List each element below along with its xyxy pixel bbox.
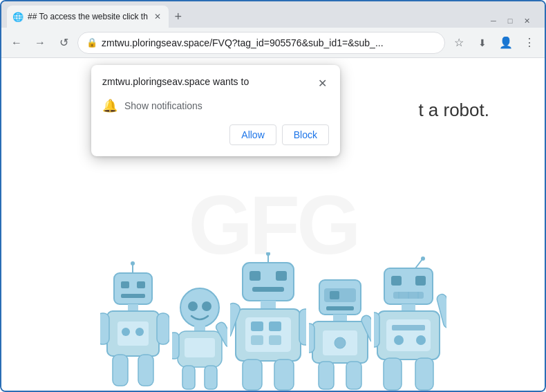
permission-text: Show notifications — [124, 100, 203, 111]
active-tab[interactable]: 🌐 ## To access the website click th ✕ — [7, 6, 169, 28]
page-content: GFG t a robot. — [1, 58, 545, 391]
robot-5 — [374, 256, 446, 391]
popup-permission-row: 🔔 Show notifications — [102, 98, 329, 113]
new-tab-button[interactable]: + — [169, 7, 188, 26]
svg-rect-46 — [333, 315, 347, 321]
svg-rect-28 — [250, 271, 261, 281]
svg-point-26 — [266, 252, 270, 256]
svg-rect-29 — [276, 271, 287, 281]
svg-point-9 — [122, 328, 130, 336]
popup-header: zmtwu.ploringseav.space wants to ✕ — [102, 76, 329, 90]
svg-rect-11 — [100, 313, 109, 344]
tab-title: ## To access the website click th — [28, 12, 148, 21]
popup-title: zmtwu.ploringseav.space wants to — [102, 76, 249, 87]
window-controls: ─ □ ✕ — [481, 17, 539, 25]
bookmark-button[interactable]: ☆ — [449, 33, 469, 53]
svg-rect-52 — [319, 362, 334, 389]
svg-rect-27 — [243, 263, 294, 301]
popup-actions: Allow Block — [102, 124, 329, 145]
menu-button[interactable]: ⋮ — [520, 33, 539, 53]
url-path: /FVQ?tag_id=905576&sub_id1=&sub_... — [209, 37, 383, 48]
svg-point-15 — [180, 288, 219, 327]
svg-rect-39 — [299, 309, 306, 345]
popup-close-button[interactable]: ✕ — [315, 76, 329, 90]
svg-point-5 — [131, 261, 135, 265]
svg-point-67 — [394, 335, 404, 345]
svg-rect-56 — [384, 268, 433, 304]
svg-rect-40 — [243, 360, 262, 390]
svg-point-55 — [421, 256, 425, 261]
robot-1 — [100, 259, 169, 391]
tab-favicon: 🌐 — [12, 11, 23, 22]
svg-rect-44 — [330, 291, 339, 299]
svg-line-54 — [415, 259, 422, 268]
notification-popup: zmtwu.ploringseav.space wants to ✕ 🔔 Sho… — [91, 65, 340, 156]
svg-point-49 — [335, 337, 346, 348]
allow-button[interactable]: Allow — [229, 124, 276, 145]
svg-rect-31 — [261, 301, 276, 309]
svg-rect-30 — [252, 287, 284, 292]
svg-rect-69 — [374, 312, 379, 347]
url-domain: zmtwu.ploringseav.space — [102, 37, 209, 48]
toolbar: ← → ↺ 🔒 zmtwu.ploringseav.space/FVQ?tag_… — [1, 28, 545, 58]
svg-rect-63 — [402, 304, 415, 311]
minimize-button[interactable]: ─ — [489, 17, 498, 25]
svg-rect-6 — [128, 304, 138, 311]
svg-rect-13 — [113, 355, 128, 386]
lock-icon: 🔒 — [86, 37, 97, 48]
tab-bar: 🌐 ## To access the website click th ✕ + … — [1, 1, 545, 28]
svg-rect-71 — [384, 358, 402, 390]
svg-rect-23 — [182, 366, 195, 389]
svg-rect-2 — [137, 281, 145, 288]
svg-rect-20 — [185, 338, 215, 357]
reload-button[interactable]: ↺ — [54, 33, 73, 53]
svg-point-17 — [202, 301, 211, 311]
svg-rect-24 — [205, 366, 217, 389]
close-button[interactable]: ✕ — [523, 17, 531, 25]
svg-rect-14 — [138, 355, 153, 386]
svg-rect-45 — [326, 306, 354, 310]
svg-rect-41 — [274, 360, 294, 390]
maximize-button[interactable]: □ — [506, 17, 514, 25]
svg-rect-35 — [269, 321, 281, 331]
svg-point-68 — [416, 335, 426, 345]
back-button[interactable]: ← — [7, 33, 26, 53]
page-robot-text: t a robot. — [418, 100, 489, 121]
svg-point-16 — [188, 301, 198, 311]
svg-rect-65 — [386, 319, 431, 351]
svg-rect-58 — [415, 276, 426, 286]
robot-4 — [309, 270, 371, 391]
browser-window: 🌐 ## To access the website click th ✕ + … — [0, 0, 546, 392]
url-text: zmtwu.ploringseav.space/FVQ?tag_id=90557… — [102, 37, 436, 48]
svg-rect-21 — [172, 333, 179, 359]
svg-rect-37 — [269, 335, 281, 345]
svg-rect-1 — [121, 281, 129, 288]
svg-rect-53 — [346, 362, 361, 389]
block-button[interactable]: Block — [282, 124, 329, 145]
svg-rect-72 — [415, 358, 433, 390]
bell-icon: 🔔 — [102, 98, 117, 113]
forward-button[interactable]: → — [30, 33, 50, 53]
svg-rect-34 — [251, 321, 263, 331]
svg-rect-36 — [251, 335, 263, 345]
robot-2 — [172, 280, 227, 391]
svg-rect-50 — [309, 324, 314, 353]
account-button[interactable]: 👤 — [496, 33, 516, 53]
robot-3 — [230, 252, 306, 391]
svg-rect-43 — [324, 288, 356, 302]
download-icon[interactable]: ⬇ — [473, 33, 492, 53]
svg-rect-12 — [157, 313, 169, 344]
robots-illustration — [1, 252, 545, 391]
svg-rect-57 — [391, 276, 402, 286]
svg-rect-3 — [121, 294, 145, 298]
svg-rect-0 — [114, 273, 152, 304]
tab-close-button[interactable]: ✕ — [152, 11, 163, 22]
address-bar[interactable]: 🔒 zmtwu.ploringseav.space/FVQ?tag_id=905… — [77, 32, 445, 54]
svg-rect-66 — [392, 325, 425, 330]
svg-point-10 — [135, 328, 144, 336]
